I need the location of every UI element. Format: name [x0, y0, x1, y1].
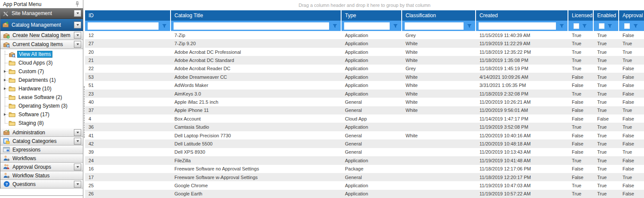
filter-checkbox-approval[interactable] — [624, 23, 630, 29]
table-row[interactable]: 20Adobe Acrobat DC ProfessionalApplicati… — [85, 48, 644, 56]
folder-icon — [9, 68, 15, 75]
tree-item-staging-8[interactable]: Staging (8) — [0, 119, 83, 127]
chevron-down-icon — [76, 132, 79, 133]
table-row[interactable]: 39Dell XPS 8930General11/20/2019 10:13:4… — [85, 148, 644, 156]
tree-item-hardware-10[interactable]: Hardware (10) — [0, 84, 83, 93]
filter-icon[interactable] — [581, 22, 588, 29]
sidebar-item-questions[interactable]: ?Questions — [0, 180, 83, 189]
table-row[interactable]: 22Adobe Acrobat Reader DCApplicationGrey… — [85, 65, 644, 73]
sidebar-item-create-new-catalog-item[interactable]: Create New Catalog Item — [0, 31, 83, 40]
cell-enabled: True — [594, 106, 619, 114]
column-header-label: ID — [89, 12, 94, 19]
section-dropdown-button[interactable] — [74, 22, 81, 28]
sidebar-item-approval-groups[interactable]: Approval Groups — [0, 163, 83, 171]
column-header-licensed[interactable]: Licensed — [568, 10, 594, 21]
cell-id: 16 — [85, 165, 171, 173]
filter-icon[interactable] — [392, 22, 399, 29]
table-row[interactable]: 127-ZipApplicationGrey11/15/2019 11:40:3… — [85, 31, 644, 39]
sidebar-item-current-catalog-items[interactable]: Current Catalog Items — [0, 40, 83, 49]
column-header-label: Classification — [406, 12, 436, 19]
table-row[interactable]: 41Dell Laptop Precision 7730GeneralWhite… — [85, 131, 644, 139]
catalog-items-tree: View All ItemsCloud Apps (3)Custom (7)De… — [0, 49, 83, 128]
pin-icon[interactable] — [74, 1, 81, 8]
section-dropdown-button[interactable] — [74, 32, 81, 39]
filter-input-created[interactable] — [479, 22, 556, 30]
sidebar-section-site-management[interactable]: Site Management — [0, 8, 83, 19]
section-dropdown-button[interactable] — [74, 181, 81, 188]
section-dropdown-button[interactable] — [74, 138, 81, 145]
tree-item-cloud-apps-3[interactable]: Cloud Apps (3) — [0, 59, 83, 67]
table-row[interactable]: 37Apple iPhone 11GeneralWhite11/20/2019 … — [85, 106, 644, 114]
sidebar-item-administration[interactable]: Administration — [0, 128, 83, 137]
cell-created: 11/20/2019 10:48:18 AM — [476, 139, 568, 148]
filter-input-classification[interactable] — [405, 22, 464, 30]
tree-item-view-all-items[interactable]: View All Items — [0, 50, 83, 59]
table-row[interactable]: 51AdWords MakerApplicationWhite3/31/2021… — [85, 81, 644, 89]
sidebar-item-workflow-status[interactable]: Workflow Status — [0, 171, 83, 180]
tree-item-software-17[interactable]: Software (17) — [0, 110, 83, 119]
filter-checkbox-enabled[interactable] — [599, 23, 604, 29]
tree-item-departments-1[interactable]: Departments (1) — [0, 76, 83, 84]
table-row[interactable]: 40Apple iMac 21.5 inchGeneralWhite11/20/… — [85, 98, 644, 106]
cell-classification: White — [402, 56, 476, 64]
filter-checkbox-licensed[interactable] — [574, 23, 579, 29]
table-row[interactable]: 21Adobe Acrobat DC StandardApplicationWh… — [85, 56, 644, 64]
table-row[interactable]: 277-Zip 9.20ApplicationWhite11/19/2019 1… — [85, 39, 644, 47]
column-header-created[interactable]: Created — [476, 10, 568, 21]
section-dropdown-button[interactable] — [74, 129, 81, 136]
column-header-enabled[interactable]: Enabled — [594, 10, 619, 21]
table-row[interactable]: 4Box AccountCloud App11/14/2019 1:47:17 … — [85, 114, 644, 123]
cell-approval: True — [619, 106, 644, 114]
filter-icon[interactable] — [632, 22, 639, 29]
group-by-bar[interactable]: Drag a column header and drop it here to… — [85, 0, 644, 10]
table-row[interactable]: 23AimKeys 3.0ApplicationWhite11/18/2019 … — [85, 90, 644, 98]
sidebar-splitter[interactable] — [83, 0, 85, 198]
filter-icon[interactable] — [161, 22, 168, 29]
cell-type: Package — [342, 165, 402, 173]
filter-input-id[interactable] — [88, 22, 159, 30]
table-row[interactable]: 53Adobe Dreamweaver CCApplicationWhite4/… — [85, 73, 644, 81]
column-header-catalog-title[interactable]: Catalog Title — [171, 10, 342, 21]
filter-cell-approval — [619, 21, 644, 31]
table-row[interactable]: 17Freeware Software w-Approval SettingsG… — [85, 173, 644, 181]
section-dropdown-button[interactable] — [74, 41, 81, 48]
section-dropdown-button[interactable] — [74, 164, 81, 170]
filter-icon[interactable] — [466, 22, 473, 29]
section-label: Catalog Management — [12, 22, 74, 28]
sidebar-item-expressions[interactable]: Expressions — [0, 145, 83, 154]
catalog-box-icon — [2, 22, 9, 28]
section-label: Site Management — [12, 10, 74, 16]
filter-icon[interactable] — [558, 22, 565, 29]
expander-icon[interactable] — [3, 87, 7, 90]
table-row[interactable]: 26Google EarthApplication11/19/2019 10:5… — [85, 190, 644, 198]
expander-icon[interactable] — [3, 79, 7, 81]
cell-licensed: False — [568, 106, 594, 114]
cell-enabled: True — [594, 165, 619, 173]
table-row[interactable]: 42Dell Latitude 5500General11/20/2019 10… — [85, 139, 644, 148]
column-header-type[interactable]: Type — [342, 10, 402, 21]
cell-type: General — [342, 139, 402, 148]
tree-item-operating-system-3[interactable]: Operating System (3) — [0, 102, 83, 110]
cell-catalog-title: Google Chrome — [171, 181, 342, 189]
filter-icon[interactable] — [607, 22, 613, 29]
tree-item-lease-software-2[interactable]: Lease Software (2) — [0, 93, 83, 102]
sidebar-item-workflows[interactable]: Workflows — [0, 154, 83, 163]
section-dropdown-button[interactable] — [74, 10, 81, 17]
sidebar-section-catalog-management[interactable]: Catalog Management — [0, 19, 83, 31]
expander-icon[interactable] — [3, 113, 7, 116]
column-header-classification[interactable]: Classification — [402, 10, 476, 21]
filter-input-catalog-title[interactable] — [174, 22, 329, 30]
table-row[interactable]: 16Freeware Software no Approval Settings… — [85, 165, 644, 173]
cell-licensed: False — [568, 73, 594, 81]
table-row[interactable]: 36Camtasia StudioApplication11/19/2019 3… — [85, 123, 644, 131]
filter-input-type[interactable] — [344, 22, 390, 30]
column-header-id[interactable]: ID — [85, 10, 171, 21]
filter-icon[interactable] — [331, 22, 338, 29]
table-row[interactable]: 25Google ChromeApplication11/19/2019 10:… — [85, 181, 644, 189]
sidebar-item-catalog-categories[interactable]: Catalog Categories — [0, 137, 83, 145]
column-header-approval[interactable]: Approval — [619, 10, 644, 21]
expander-icon[interactable] — [3, 70, 7, 73]
table-row[interactable]: 24FileZillaApplication11/19/2019 10:41:4… — [85, 156, 644, 164]
tree-item-custom-7[interactable]: Custom (7) — [0, 67, 83, 76]
sidebar-accordion: Site ManagementCatalog ManagementCreate … — [0, 8, 83, 189]
